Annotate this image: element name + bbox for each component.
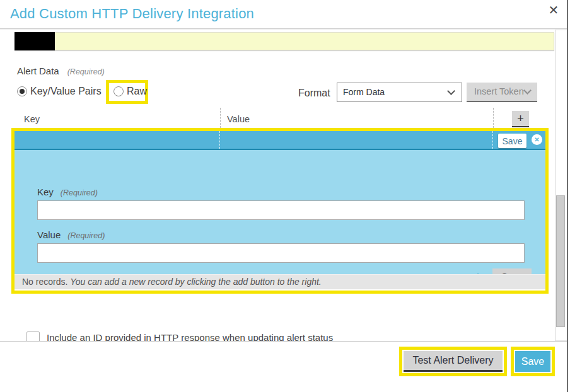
radio-key-value-pairs[interactable] [17,86,27,96]
radio-raw[interactable] [113,86,124,96]
empty-state-hint: You can add a new record by clicking the… [70,277,321,287]
row-close-icon[interactable]: ✕ [532,134,542,145]
scrollbar-thumb[interactable] [556,195,565,327]
table-header-value: Value [227,114,250,124]
empty-state-bar: No records. You can add a new record by … [15,274,545,289]
empty-state-prefix: No records. [22,277,70,287]
format-label: Format [298,88,330,99]
highlighted-field-banner [15,32,554,50]
alert-data-label: Alert Data(Required) [17,66,105,76]
key-field-label: Key(Required) [37,187,98,197]
dialog-footer: Test Alert Delivery Save [0,341,567,392]
value-field-input[interactable] [37,243,525,263]
format-select-value: Form Data [343,87,385,97]
close-icon[interactable]: ✕ [545,1,562,19]
insert-token-button[interactable]: Insert Token [467,83,537,102]
window-right-edge [567,0,568,392]
radio-raw-label[interactable]: Raw [127,86,147,97]
redacted-block [15,32,55,50]
column-separator [493,108,494,128]
test-alert-delivery-button[interactable]: Test Alert Delivery [404,351,503,372]
annotation-highlight-raw: Raw [106,80,148,104]
header-divider [0,28,567,29]
annotation-highlight-save-button: Save [511,347,555,376]
radio-key-value-pairs-label[interactable]: Key/Value Pairs [30,86,102,97]
column-separator [220,108,221,128]
row-editor-header: Save ✕ [15,131,545,150]
table-header-key: Key [24,114,40,124]
value-field-label: Value(Required) [37,229,105,240]
column-separator [219,131,220,149]
column-separator [492,131,493,149]
add-row-button[interactable]: + [512,111,529,127]
alert-data-required-note: (Required) [67,67,105,76]
save-button[interactable]: Save [515,351,550,372]
add-custom-http-delivery-dialog: Add Custom HTTP Delivery Integration ✕ A… [0,0,570,392]
annotation-highlight-row-editor: Save ✕ Key(Required) Value(Required) Can… [11,128,549,294]
chevron-down-icon [447,87,455,95]
annotation-highlight-test-button: Test Alert Delivery [399,347,507,376]
chevron-down-icon [523,86,532,95]
key-field-input[interactable] [37,200,525,220]
row-editor-body: Key(Required) Value(Required) Cancel Sav… [15,150,545,274]
dialog-title: Add Custom HTTP Delivery Integration [10,6,254,22]
row-save-button-top[interactable]: Save [498,134,526,148]
format-select[interactable]: Form Data [337,83,462,102]
